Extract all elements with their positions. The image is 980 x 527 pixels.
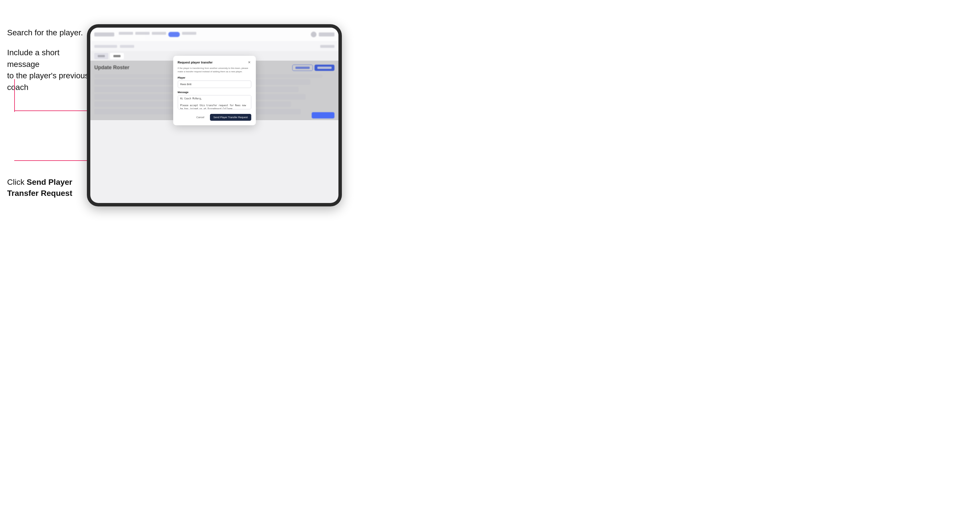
message-textarea[interactable]: Hi Coach McHarg, Please accept this tran… bbox=[178, 95, 251, 110]
tablet-device: Update Roster Request p bbox=[87, 24, 342, 206]
main-content: Update Roster Request p bbox=[90, 60, 339, 120]
user-avatar bbox=[311, 32, 317, 37]
nav-item-active bbox=[169, 32, 180, 37]
nav-item-2 bbox=[135, 32, 150, 35]
player-label: Player bbox=[178, 76, 251, 79]
nav-item-1 bbox=[119, 32, 133, 35]
tab-item-1 bbox=[94, 53, 108, 59]
app-header bbox=[90, 28, 339, 41]
player-input[interactable] bbox=[178, 81, 251, 88]
message-label: Message bbox=[178, 91, 251, 94]
header-right bbox=[311, 32, 334, 37]
modal-overlay: Request player transfer ✕ If the player … bbox=[90, 60, 339, 120]
app-logo bbox=[94, 32, 114, 37]
modal-header: Request player transfer ✕ bbox=[178, 60, 251, 64]
send-transfer-button[interactable]: Send Player Transfer Request bbox=[210, 114, 251, 121]
modal-footer: Cancel Send Player Transfer Request bbox=[178, 114, 251, 121]
tablet-screen: Update Roster Request p bbox=[90, 28, 339, 203]
tab-item-active bbox=[110, 53, 124, 59]
tab-text-1 bbox=[98, 55, 105, 57]
modal-description: If the player is transferring from anoth… bbox=[178, 67, 251, 73]
bottom-bar bbox=[312, 112, 334, 118]
cancel-button[interactable]: Cancel bbox=[193, 114, 208, 121]
nav-item-5 bbox=[182, 32, 196, 35]
tab-text-active bbox=[113, 55, 121, 57]
close-icon[interactable]: ✕ bbox=[247, 60, 251, 64]
header-nav bbox=[119, 32, 196, 37]
header-button bbox=[319, 32, 334, 37]
sub-header-item-2 bbox=[120, 45, 134, 48]
annotation-message-text: Include a short message to the player's … bbox=[7, 47, 90, 93]
sub-header-breadcrumb bbox=[94, 45, 117, 48]
bracket-line-message bbox=[14, 79, 15, 112]
annotation-click-text: Click Send Player Transfer Request bbox=[7, 176, 81, 199]
nav-item-3 bbox=[152, 32, 166, 35]
sub-header bbox=[90, 41, 339, 52]
annotation-search-text: Search for the player. bbox=[7, 27, 83, 38]
bottom-action-btn bbox=[312, 112, 334, 118]
sub-header-right bbox=[320, 45, 334, 48]
modal-title: Request player transfer bbox=[178, 60, 213, 64]
request-transfer-modal: Request player transfer ✕ If the player … bbox=[173, 56, 256, 125]
